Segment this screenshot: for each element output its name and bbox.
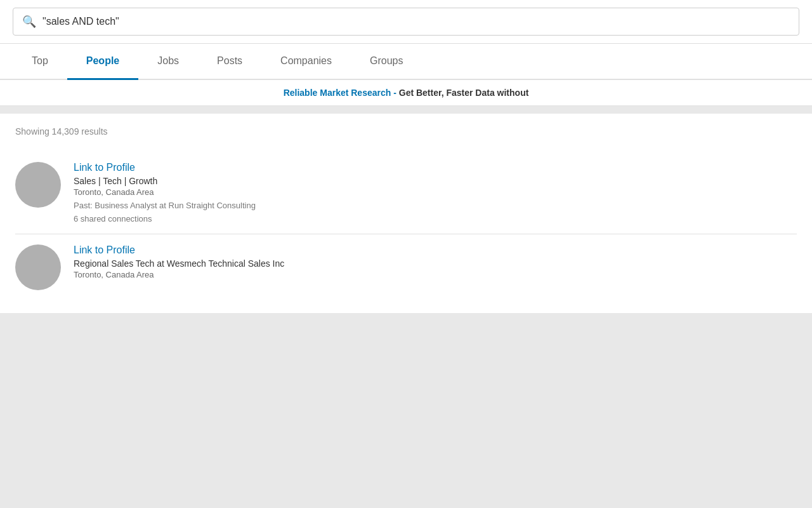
tab-groups[interactable]: Groups [351,44,422,80]
person-location: Toronto, Canada Area [74,270,797,279]
tab-posts[interactable]: Posts [198,44,261,80]
ad-body: Get Better, Faster Data without [399,88,529,98]
avatar [15,244,61,290]
person-card: Link to Profile Sales | Tech | Growth To… [15,152,797,234]
tab-companies[interactable]: Companies [261,44,351,80]
person-headline: Regional Sales Tech at Wesmech Technical… [74,258,797,269]
person-info: Link to Profile Regional Sales Tech at W… [74,244,797,283]
search-bar-wrapper: 🔍 "sales AND tech" [0,0,812,44]
showing-results-label: Showing 14,309 results [15,126,797,137]
person-info: Link to Profile Sales | Tech | Growth To… [74,162,797,224]
avatar [15,162,61,208]
person-past: Past: Business Analyst at Run Straight C… [74,201,797,210]
tab-jobs[interactable]: Jobs [138,44,198,80]
person-location: Toronto, Canada Area [74,187,797,197]
search-query: "sales AND tech" [43,16,119,27]
ad-link[interactable]: Reliable Market Research - [284,88,396,98]
person-name[interactable]: Link to Profile [74,244,797,256]
ad-banner: Reliable Market Research - Get Better, F… [0,80,812,106]
person-name[interactable]: Link to Profile [74,162,797,173]
search-bar[interactable]: 🔍 "sales AND tech" [13,8,799,36]
tabs-bar: Top People Jobs Posts Companies Groups [0,44,812,80]
results-container: Showing 14,309 results Link to Profile S… [0,114,812,313]
tab-top[interactable]: Top [13,44,67,80]
shared-connections: 6 shared connections [74,214,797,224]
person-headline: Sales | Tech | Growth [74,176,797,186]
tab-people[interactable]: People [67,44,138,80]
search-icon: 🔍 [22,15,36,29]
person-card: Link to Profile Regional Sales Tech at W… [15,234,797,300]
